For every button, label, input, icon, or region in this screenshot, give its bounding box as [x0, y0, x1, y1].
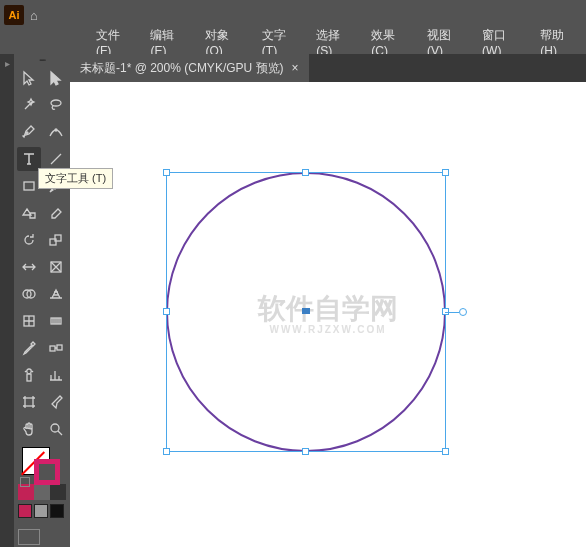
svg-rect-11: [50, 346, 55, 351]
screen-mode-row: [18, 526, 66, 547]
screen-mode-icon[interactable]: [18, 529, 40, 545]
slice-tool[interactable]: [44, 390, 68, 414]
svg-point-0: [51, 100, 61, 106]
handle-bottom-mid[interactable]: [302, 448, 309, 455]
symbol-sprayer-tool[interactable]: [17, 363, 41, 387]
tools-panel: ▪▪▪▪▪: [14, 54, 70, 547]
tab-bar: 未标题-1* @ 200% (CMYK/GPU 预览) ×: [70, 54, 586, 82]
swatch-2[interactable]: [34, 504, 48, 518]
perspective-grid-tool[interactable]: [44, 282, 68, 306]
menu-bar: 文件(F) 编辑(E) 对象(O) 文字(T) 选择(S) 效果(C) 视图(V…: [0, 30, 586, 54]
handle-mid-left[interactable]: [163, 308, 170, 315]
mode-color[interactable]: [18, 484, 34, 500]
magic-wand-tool[interactable]: [17, 93, 41, 117]
eyedropper-tool[interactable]: [17, 336, 41, 360]
mode-gradient[interactable]: [34, 484, 50, 500]
scale-tool[interactable]: [44, 228, 68, 252]
mesh-tool[interactable]: [17, 309, 41, 333]
type-tool[interactable]: [17, 147, 41, 171]
zoom-tool[interactable]: [44, 417, 68, 441]
swatch-1[interactable]: [18, 504, 32, 518]
tool-tooltip: 文字工具 (T): [38, 168, 113, 189]
handle-top-mid[interactable]: [302, 169, 309, 176]
live-shape-handle[interactable]: [459, 308, 467, 316]
blend-tool[interactable]: [44, 336, 68, 360]
mode-none[interactable]: [50, 484, 66, 500]
artboard-tool[interactable]: [17, 390, 41, 414]
svg-rect-13: [27, 374, 31, 381]
hand-tool[interactable]: [17, 417, 41, 441]
width-tool[interactable]: [17, 255, 41, 279]
svg-rect-14: [25, 398, 33, 406]
live-shape-line: [445, 312, 459, 313]
svg-rect-3: [24, 182, 34, 190]
eraser-tool[interactable]: [44, 201, 68, 225]
canvas[interactable]: 软件自学网 WWW.RJZXW.COM: [70, 82, 586, 547]
swatch-3[interactable]: [50, 504, 64, 518]
swap-swatch-icon[interactable]: [20, 477, 30, 487]
rectangle-tool[interactable]: [17, 174, 41, 198]
lasso-tool[interactable]: [44, 93, 68, 117]
fill-stroke-swatch[interactable]: [20, 447, 64, 483]
stroke-swatch[interactable]: [34, 459, 60, 485]
svg-point-1: [26, 132, 28, 134]
selection-bounds[interactable]: [166, 172, 446, 452]
svg-rect-12: [57, 345, 62, 350]
direct-selection-tool[interactable]: [44, 66, 68, 90]
document-area: 未标题-1* @ 200% (CMYK/GPU 预览) × 软件自学网 WWW.…: [70, 54, 586, 547]
panel-toggle-icon[interactable]: ▸: [2, 58, 12, 68]
shape-builder-tool[interactable]: [17, 282, 41, 306]
tab-title: 未标题-1* @ 200% (CMYK/GPU 预览): [80, 60, 284, 77]
panel-grip-icon[interactable]: ▪▪▪▪▪: [22, 56, 62, 64]
handle-bottom-right[interactable]: [442, 448, 449, 455]
home-icon[interactable]: ⌂: [30, 8, 38, 23]
handle-top-right[interactable]: [442, 169, 449, 176]
line-tool[interactable]: [44, 147, 68, 171]
color-mode-row: [18, 484, 66, 500]
free-transform-tool[interactable]: [44, 255, 68, 279]
handle-top-left[interactable]: [163, 169, 170, 176]
left-strip: ▸: [0, 54, 14, 547]
column-graph-tool[interactable]: [44, 363, 68, 387]
shaper-tool[interactable]: [17, 201, 41, 225]
app-logo: Ai: [4, 5, 24, 25]
selection-tool[interactable]: [17, 66, 41, 90]
pen-tool[interactable]: [17, 120, 41, 144]
svg-point-15: [51, 424, 59, 432]
svg-point-2: [55, 129, 57, 131]
close-icon[interactable]: ×: [292, 61, 299, 75]
document-tab[interactable]: 未标题-1* @ 200% (CMYK/GPU 预览) ×: [70, 54, 309, 82]
gradient-tool[interactable]: [44, 309, 68, 333]
handle-bottom-left[interactable]: [163, 448, 170, 455]
swatch-row: [18, 504, 66, 518]
rotate-tool[interactable]: [17, 228, 41, 252]
curvature-tool[interactable]: [44, 120, 68, 144]
